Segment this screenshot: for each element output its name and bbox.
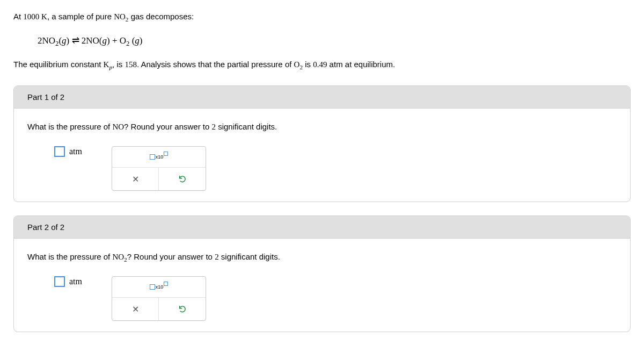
sci-notation-button[interactable]: x10 [112,147,206,167]
q1-compound: NO [112,123,124,131]
chemical-equation: 2NO2(g) ⇌ 2NO(g) + O2 (g) [13,34,631,49]
part-2-unit: atm [69,277,82,286]
part-1-header: Part 1 of 2 [14,86,630,109]
q1-post: ? Round your answer to [124,122,211,131]
intro-mid: , a sample of pure [47,12,114,21]
reset-button[interactable] [159,168,206,190]
intro-post: gas decomposes: [128,12,194,21]
q1-sigfigs: 2 [212,123,216,131]
o-sym: O [294,60,300,69]
q1-end: significant digits. [216,122,277,131]
const-post: atm at equilibrium. [327,60,395,69]
sci-notation-button[interactable]: x10 [112,277,206,297]
part-2-container: Part 2 of 2 What is the pressure of NO2?… [13,215,631,332]
sci-notation-icon: x10 [150,154,169,160]
compound-base: NO [114,12,126,21]
reset-icon [178,175,187,183]
q2-compound: NO2 [112,253,127,261]
part-2-body: What is the pressure of NO2? Round your … [14,239,630,332]
reset-button[interactable] [159,298,206,320]
part-1-answer-row: atm x10 ✕ [27,146,617,191]
part-2-input-group: atm [54,276,82,287]
intro-pre: At [13,12,23,21]
q2-post: ? Round your answer to [127,252,215,261]
reset-icon [178,305,187,313]
sci-mantissa-box [150,284,155,290]
intro-line: At 1000 K, a sample of pure NO2 gas deco… [13,11,631,24]
sci-x10: x10 [156,284,164,290]
part-2-question: What is the pressure of NO2? Round your … [27,252,617,263]
q1-pre: What is the pressure of [27,122,112,131]
sci-exponent-box [164,152,168,156]
const-mid3: is [303,60,313,69]
part-1-body: What is the pressure of NO? Round your a… [14,109,630,202]
const-pre: The equilibrium constant [13,60,104,69]
q2-compound-base: NO [112,253,124,261]
clear-button[interactable]: ✕ [112,298,159,320]
part-2-header: Part 2 of 2 [14,216,630,239]
kp-value: 158 [125,60,137,69]
o2-symbol: O2 [294,60,303,69]
const-mid: , is [112,60,125,69]
constant-line: The equilibrium constant Kp, is 158. Ana… [13,59,631,72]
part-2-answer-row: atm x10 ✕ [27,276,617,321]
sci-mantissa-box [150,154,155,160]
temperature: 1000 K [23,12,47,21]
sci-x10: x10 [156,154,164,160]
part-1-question: What is the pressure of NO? Round your a… [27,122,617,133]
q1-compound-base: NO [112,123,124,131]
clear-button[interactable]: ✕ [112,168,159,190]
part-1-answer-input[interactable] [54,146,65,157]
sci-exponent-box [164,282,168,286]
q2-pre: What is the pressure of [27,252,112,261]
const-mid2: . Analysis shows that the partial pressu… [137,60,294,69]
part-1-toolbox: x10 ✕ [112,146,206,191]
q2-sigfigs: 2 [215,253,219,261]
part-1-container: Part 1 of 2 What is the pressure of NO? … [13,85,631,202]
o2-pressure: 0.49 [313,60,327,69]
part-1-input-group: atm [54,146,82,157]
k-sym: K [104,60,109,69]
problem-statement: At 1000 K, a sample of pure NO2 gas deco… [13,11,631,72]
q2-end: significant digits. [219,252,280,261]
compound-no2: NO2 [114,12,128,21]
part-2-answer-input[interactable] [54,276,65,287]
x-icon: ✕ [132,174,139,184]
part-2-toolbox: x10 ✕ [112,276,206,321]
x-icon: ✕ [132,304,139,314]
part-1-unit: atm [69,147,82,156]
sci-notation-icon: x10 [150,284,169,290]
kp-symbol: Kp [104,60,112,69]
